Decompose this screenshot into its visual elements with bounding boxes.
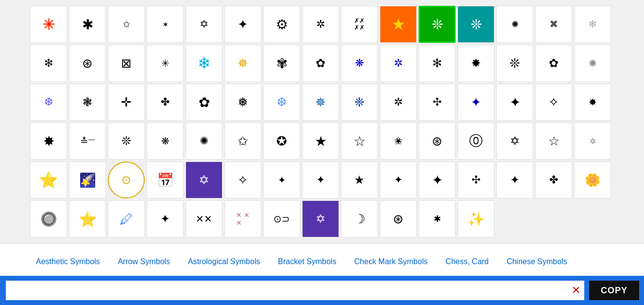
symbol-cell[interactable]: ✲ <box>380 84 417 121</box>
symbol-cell[interactable]: ✺ <box>496 6 533 43</box>
symbol-cell[interactable]: ⭐ <box>69 200 106 237</box>
symbol-cell[interactable]: 🌠 <box>69 161 106 198</box>
symbol-cell[interactable]: ✩ <box>108 6 145 43</box>
symbol-cell[interactable]: ☽ <box>341 200 378 237</box>
symbol-cell[interactable]: ⊙⊃ <box>263 200 300 237</box>
symbol-cell[interactable]: ❊ <box>108 123 145 160</box>
symbol-cell[interactable]: ⓪ <box>458 123 494 160</box>
symbol-cell[interactable]: ❋ <box>147 123 184 160</box>
clear-button[interactable]: ✕ <box>568 281 584 300</box>
symbol-row-6: 🔘 ⭐ 🖊 ✦ ✕✕ ✕ ✕ ✕ ⊙⊃ ✡ ☽ ⊛ ✱ ✨ <box>29 199 615 238</box>
symbol-cell[interactable]: ⊛ <box>69 45 106 82</box>
symbol-cell[interactable]: ✦ <box>380 161 417 198</box>
symbol-cell[interactable]: ★ <box>341 161 378 198</box>
copy-button[interactable]: COPY <box>589 281 639 300</box>
symbol-cell[interactable]: 📅 <box>147 161 184 198</box>
symbol-cell[interactable]: ✡ <box>496 123 533 160</box>
symbol-cell[interactable]: ✣ <box>458 161 494 198</box>
category-chinese[interactable]: Chinese Symbols <box>500 253 574 270</box>
bottom-bar: ✕ COPY <box>0 276 644 305</box>
symbol-cell[interactable]: ✪ <box>263 123 300 160</box>
symbol-cell[interactable]: ≛— <box>69 123 106 160</box>
symbol-cell[interactable]: ⭐ <box>30 161 67 198</box>
symbol-cell[interactable]: ❆ <box>30 84 67 121</box>
symbol-cell[interactable]: 🔘 <box>30 200 67 237</box>
symbol-cell[interactable]: ⊠ <box>108 45 145 82</box>
symbol-cell[interactable]: ✕ ✕ ✕ <box>224 200 261 237</box>
symbol-cell[interactable]: ⊛ <box>419 123 456 160</box>
symbol-cell[interactable]: ✡ <box>302 200 339 237</box>
symbol-cell[interactable]: ❋ <box>341 45 378 82</box>
symbol-cell[interactable]: ✦ <box>224 6 261 43</box>
symbol-cell[interactable]: ✨ <box>458 200 494 237</box>
symbol-cell[interactable]: ❃ <box>69 84 106 121</box>
category-chess[interactable]: Chess, Card <box>439 253 495 270</box>
symbol-cell[interactable]: ✦ <box>419 161 456 198</box>
symbol-cell[interactable]: ✵ <box>224 45 261 82</box>
symbol-cell[interactable]: ❊ <box>458 6 494 43</box>
symbol-cell[interactable]: ✸ <box>574 84 611 121</box>
symbol-cell[interactable]: ✱ <box>69 6 106 43</box>
symbol-cell[interactable]: ✬ <box>380 123 417 160</box>
category-aesthetic[interactable]: Aesthetic Symbols <box>29 253 107 270</box>
symbol-row-3: ❆ ❃ ✛ ✤ ✿ ❅ ❆ ✵ ❈ ✲ ✣ ✦ ✦ ✧ ✸ <box>29 83 615 122</box>
symbol-cell[interactable]: ★ <box>302 123 339 160</box>
symbol-cell[interactable]: ✤ <box>147 84 184 121</box>
symbol-cell[interactable]: ✦ <box>302 161 339 198</box>
category-checkmark[interactable]: Check Mark Symbols <box>347 253 434 270</box>
symbol-cell[interactable]: ✡ <box>186 6 222 43</box>
category-bracket[interactable]: Bracket Symbols <box>271 253 343 270</box>
symbol-cell[interactable]: ❊ <box>496 45 533 82</box>
symbol-cell[interactable]: 🌼 <box>574 161 611 198</box>
symbol-cell[interactable]: ✦ <box>263 161 300 198</box>
symbol-cell[interactable]: ✛ <box>108 84 145 121</box>
symbol-cell[interactable]: ✕✕ <box>186 200 222 237</box>
symbol-cell[interactable]: ✧ <box>224 161 261 198</box>
symbol-cell[interactable]: ✦ <box>458 84 494 121</box>
symbol-cell[interactable]: ✩ <box>224 123 261 160</box>
symbol-cell[interactable]: ✗✗✗✗ <box>341 6 378 43</box>
symbol-cell[interactable]: ★ <box>380 6 417 43</box>
symbol-cell[interactable]: ❇ <box>30 45 67 82</box>
symbol-cell[interactable]: ✲ <box>380 45 417 82</box>
symbol-cell[interactable]: ❊ <box>419 6 456 43</box>
symbol-cell[interactable]: ✡ <box>186 161 222 198</box>
category-arrow[interactable]: Arrow Symbols <box>111 253 177 270</box>
symbol-cell[interactable]: ✣ <box>419 84 456 121</box>
symbol-cell[interactable]: ⊛ <box>380 200 417 237</box>
symbol-cell[interactable]: ✖ <box>535 6 572 43</box>
symbol-cell[interactable]: ❆ <box>263 84 300 121</box>
symbol-cell[interactable]: ✳ <box>147 45 184 82</box>
symbol-cell[interactable]: ✱ <box>419 200 456 237</box>
symbol-cell[interactable]: ✵ <box>302 84 339 121</box>
symbol-cell[interactable]: ❄ <box>574 6 611 43</box>
symbol-cell[interactable]: ✧ <box>535 84 572 121</box>
symbol-cell[interactable]: ✺ <box>186 123 222 160</box>
symbol-cell[interactable]: ❄ <box>186 45 222 82</box>
symbol-cell[interactable]: ✦ <box>496 84 533 121</box>
symbol-cell[interactable]: ✻ <box>419 45 456 82</box>
symbol-cell[interactable]: ✦ <box>147 200 184 237</box>
symbol-cell[interactable]: ☆ <box>535 123 572 160</box>
symbol-cell[interactable]: ✿ <box>535 45 572 82</box>
symbol-cell[interactable]: ✦ <box>496 161 533 198</box>
symbol-cell[interactable]: ❈ <box>341 84 378 121</box>
symbol-cell[interactable]: ✶ <box>147 6 184 43</box>
symbol-cell[interactable]: ✤ <box>535 161 572 198</box>
symbol-cell[interactable]: ❅ <box>224 84 261 121</box>
symbol-cell[interactable]: ✸ <box>30 123 67 160</box>
symbol-cell[interactable]: ⊙ <box>108 161 145 198</box>
symbol-cell[interactable]: ☆ <box>341 123 378 160</box>
category-astrological[interactable]: Astrological Symbols <box>181 253 267 270</box>
symbol-cell[interactable]: ✸ <box>458 45 494 82</box>
symbol-cell[interactable]: ✿ <box>302 45 339 82</box>
copy-input[interactable] <box>6 281 568 300</box>
symbol-cell[interactable]: 🖊 <box>108 200 145 237</box>
symbol-cell[interactable]: ✿ <box>186 84 222 121</box>
symbol-cell[interactable]: ✲ <box>574 123 611 160</box>
symbol-cell[interactable]: ✺ <box>574 45 611 82</box>
symbol-cell[interactable]: ✳ <box>30 6 67 43</box>
symbol-cell[interactable]: ✲ <box>302 6 339 43</box>
symbol-cell[interactable]: ⚙ <box>263 6 300 43</box>
symbol-cell[interactable]: ✾ <box>263 45 300 82</box>
